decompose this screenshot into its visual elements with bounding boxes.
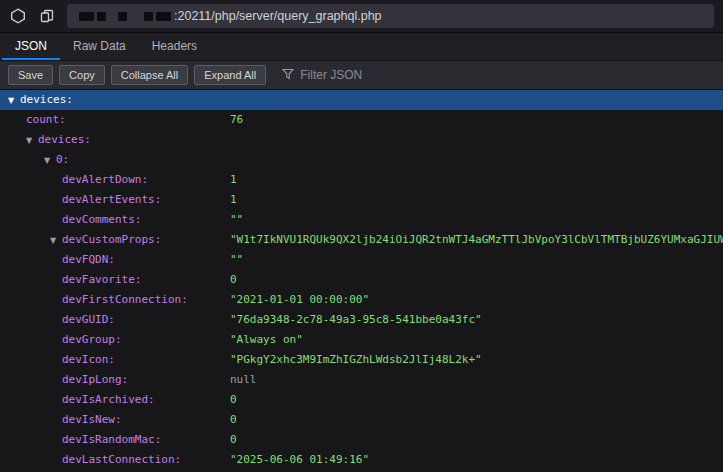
- json-value: "": [230, 250, 243, 270]
- filter-json: [282, 66, 430, 84]
- json-value: 0: [230, 410, 237, 430]
- json-value: "": [230, 210, 243, 230]
- json-key: devFQDN:: [62, 253, 115, 266]
- json-value: 0: [230, 390, 237, 410]
- json-key: count:: [26, 113, 66, 126]
- json-key: devLastConnection:: [62, 453, 181, 466]
- redacted-host-segment: [97, 12, 106, 21]
- redacted-host-segment: [156, 12, 171, 21]
- tab-bar: JSON Raw Data Headers: [0, 33, 723, 61]
- shield-icon[interactable]: [9, 7, 27, 25]
- json-key: devCustomProps:: [62, 233, 161, 246]
- json-tree-row[interactable]: ▼devices:: [0, 90, 723, 110]
- redacted-host-segment: [144, 12, 153, 21]
- json-key: 0:: [56, 153, 69, 166]
- json-value: 1: [230, 190, 237, 210]
- json-tree-row[interactable]: devLastConnection:"2025-06-06 01:49:16": [0, 450, 723, 470]
- json-tree-row[interactable]: devGUID:"76da9348-2c78-49a3-95c8-541bbe0…: [0, 310, 723, 330]
- expand-all-button[interactable]: Expand All: [194, 65, 266, 85]
- json-value: "2021-01-01 00:00:00": [230, 290, 369, 310]
- json-value: 1: [230, 170, 237, 190]
- json-key: devIcon:: [62, 353, 115, 366]
- twisty-expanded-icon[interactable]: ▼: [8, 91, 20, 111]
- tab-headers[interactable]: Headers: [139, 33, 210, 60]
- json-key: devIsNew:: [62, 413, 122, 426]
- json-value: "2025-06-06 01:49:16": [230, 450, 369, 470]
- json-tree-row[interactable]: ▼devCustomProps:"W1t7IkNVU1RQUk9QX2ljb24…: [0, 230, 723, 250]
- save-button[interactable]: Save: [8, 65, 53, 85]
- json-key: devComments:: [62, 213, 141, 226]
- twisty-expanded-icon[interactable]: ▼: [50, 231, 62, 251]
- json-tree-row[interactable]: devFirstConnection:"2021-01-01 00:00:00": [0, 290, 723, 310]
- json-toolbar: Save Copy Collapse All Expand All: [0, 61, 723, 90]
- browser-chrome: :20211/php/server/query_graphql.php: [0, 0, 723, 33]
- json-tree-row[interactable]: devComments:"": [0, 210, 723, 230]
- json-value: 76: [230, 110, 243, 130]
- json-value: 0: [230, 270, 237, 290]
- json-key: devices:: [20, 93, 73, 106]
- json-tree-row[interactable]: devFavorite:0: [0, 270, 723, 290]
- url-bar[interactable]: :20211/php/server/query_graphql.php: [67, 4, 714, 28]
- filter-json-input[interactable]: [300, 68, 430, 82]
- redacted-host-segment: [118, 12, 127, 21]
- json-value: "Always on": [230, 330, 303, 350]
- filter-icon: [282, 66, 294, 84]
- collapse-all-button[interactable]: Collapse All: [111, 65, 188, 85]
- json-tree-row[interactable]: ▼devices:: [0, 130, 723, 150]
- json-tree-row[interactable]: devFQDN:"": [0, 250, 723, 270]
- json-tree-row[interactable]: devAlertEvents:1: [0, 190, 723, 210]
- json-key: devGroup:: [62, 333, 122, 346]
- json-tree-row[interactable]: devIsArchived:0: [0, 390, 723, 410]
- json-tree: ▼devices:count:76▼devices:▼0:devAlertDow…: [0, 90, 723, 470]
- json-tree-row[interactable]: devGroup:"Always on": [0, 330, 723, 350]
- json-value: 0: [230, 430, 237, 450]
- redacted-host-segment: [79, 12, 94, 21]
- json-key: devFirstConnection:: [62, 293, 188, 306]
- json-tree-row[interactable]: devAlertDown:1: [0, 170, 723, 190]
- tab-raw-data[interactable]: Raw Data: [60, 33, 139, 60]
- twisty-expanded-icon[interactable]: ▼: [26, 131, 38, 151]
- json-tree-row[interactable]: devIcon:"PGkgY2xhc3M9ImZhIGZhLWdsb2JlIj4…: [0, 350, 723, 370]
- twisty-expanded-icon[interactable]: ▼: [44, 151, 56, 171]
- json-key: devIsArchived:: [62, 393, 155, 406]
- json-key: devGUID:: [62, 313, 115, 326]
- copy-button[interactable]: Copy: [59, 65, 105, 85]
- json-value: "W1t7IkNVU1RQUk9QX2ljb24iOiJQR2tnWTJ4aGM…: [230, 230, 723, 250]
- json-tree-row[interactable]: devIsRandomMac:0: [0, 430, 723, 450]
- json-value: "76da9348-2c78-49a3-95c8-541bbe0a43fc": [230, 310, 482, 330]
- browser-window: :20211/php/server/query_graphql.php JSON…: [0, 0, 723, 472]
- json-tree-row[interactable]: count:76: [0, 110, 723, 130]
- tab-json[interactable]: JSON: [2, 33, 60, 60]
- json-key: devIsRandomMac:: [62, 433, 161, 446]
- json-key: devAlertEvents:: [62, 193, 161, 206]
- json-tree-row[interactable]: ▼0:: [0, 150, 723, 170]
- json-tree-row[interactable]: devIpLong:null: [0, 370, 723, 390]
- json-value: null: [230, 370, 257, 390]
- json-value: "PGkgY2xhc3M9ImZhIGZhLWdsb2JlIj48L2k+": [230, 350, 482, 370]
- url-text: :20211/php/server/query_graphql.php: [174, 9, 382, 23]
- json-key: devAlertDown:: [62, 173, 148, 186]
- json-key: devFavorite:: [62, 273, 141, 286]
- page-icon[interactable]: [38, 7, 56, 25]
- json-key: devIpLong:: [62, 373, 128, 386]
- json-key: devices:: [38, 133, 91, 146]
- json-tree-row[interactable]: devIsNew:0: [0, 410, 723, 430]
